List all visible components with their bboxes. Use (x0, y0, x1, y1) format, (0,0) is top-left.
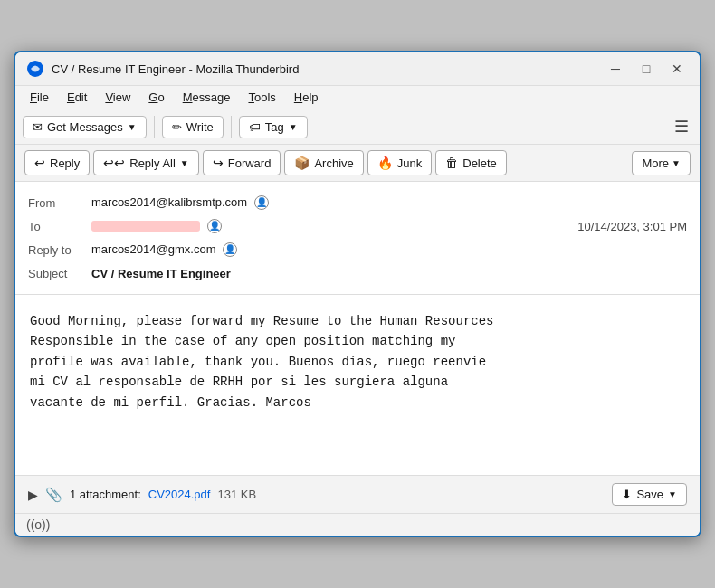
write-button[interactable]: ✏ Write (162, 116, 224, 138)
paperclip-icon: 📎 (45, 487, 62, 503)
save-attachment-button[interactable]: ⬇ Save ▼ (612, 483, 687, 506)
to-address-redacted (91, 221, 200, 232)
email-header: From marcos2014@kalibrsmtp.com 👤 To 👤 10… (15, 182, 700, 295)
menu-bar: File Edit View Go Message Tools Help (15, 86, 700, 109)
window-controls: ─ □ ✕ (604, 60, 689, 78)
minimize-button[interactable]: ─ (604, 60, 627, 78)
from-label: From (28, 196, 91, 210)
reply-button[interactable]: ↩ Reply (24, 150, 90, 175)
menu-view[interactable]: View (98, 88, 138, 107)
email-body: Good Morning, please forward my Resume t… (15, 295, 700, 476)
tag-icon: 🏷 (249, 120, 261, 134)
attachment-size: 131 KB (217, 488, 256, 501)
from-contact-icon[interactable]: 👤 (254, 195, 269, 210)
to-value: 👤 (91, 219, 577, 234)
save-dropdown-icon[interactable]: ▼ (668, 489, 677, 499)
tag-dropdown-icon: ▼ (289, 122, 298, 132)
reply-all-icon: ↩↩ (103, 156, 125, 170)
reply-all-label: Reply All (129, 156, 176, 170)
reply-to-value: marcos2014@gmx.com 👤 (91, 242, 687, 258)
connection-icon: ((o)) (26, 517, 50, 532)
subject-value: CV / Resume IT Engineer (91, 267, 687, 280)
email-text: Good Morning, please forward my Resume t… (30, 311, 685, 413)
reply-all-button[interactable]: ↩↩ Reply All ▼ (93, 150, 198, 175)
get-messages-button[interactable]: ✉ Get Messages ▼ (23, 116, 147, 138)
more-button[interactable]: More ▼ (632, 151, 691, 175)
attachment-filename[interactable]: CV2024.pdf (148, 488, 211, 501)
tag-button[interactable]: 🏷 Tag ▼ (239, 116, 308, 138)
junk-button[interactable]: 🔥 Junk (367, 150, 432, 175)
to-contact-icon[interactable]: 👤 (207, 219, 222, 233)
save-icon: ⬇ (622, 488, 632, 501)
archive-button[interactable]: 📦 Archive (284, 150, 363, 175)
junk-label: Junk (397, 156, 422, 170)
forward-icon: ↪ (213, 156, 224, 170)
status-bar: ((o)) (15, 514, 700, 536)
archive-label: Archive (314, 156, 353, 170)
from-value: marcos2014@kalibrsmtp.com 👤 (91, 195, 687, 211)
get-messages-dropdown-icon[interactable]: ▼ (128, 122, 137, 132)
get-messages-label: Get Messages (47, 120, 123, 134)
subject-label: Subject (28, 267, 91, 280)
tag-label: Tag (265, 120, 284, 134)
window-title: CV / Resume IT Engineer - Mozilla Thunde… (52, 62, 604, 76)
attachment-label: 1 attachment: (70, 488, 141, 501)
get-messages-icon: ✉ (33, 120, 43, 134)
maximize-button[interactable]: □ (634, 60, 658, 78)
toolbar-separator-2 (231, 116, 232, 138)
save-label: Save (636, 488, 663, 501)
title-bar: CV / Resume IT Engineer - Mozilla Thunde… (15, 52, 700, 86)
close-button[interactable]: ✕ (665, 60, 689, 78)
main-toolbar: ✉ Get Messages ▼ ✏ Write 🏷 Tag ▼ ☰ (15, 109, 700, 145)
action-toolbar: ↩ Reply ↩↩ Reply All ▼ ↪ Forward 📦 Archi… (15, 145, 700, 182)
menu-help[interactable]: Help (287, 88, 326, 107)
reply-all-dropdown-icon[interactable]: ▼ (180, 158, 189, 168)
delete-icon: 🗑 (445, 156, 458, 170)
menu-tools[interactable]: Tools (241, 88, 282, 107)
forward-label: Forward (228, 156, 272, 170)
hamburger-menu-button[interactable]: ☰ (671, 113, 692, 140)
delete-label: Delete (462, 156, 497, 170)
more-label: More (642, 156, 669, 170)
reply-to-contact-icon[interactable]: 👤 (223, 242, 237, 257)
email-date: 10/14/2023, 3:01 PM (577, 220, 687, 233)
subject-row: Subject CV / Resume IT Engineer (28, 261, 687, 285)
reply-to-label: Reply to (28, 243, 91, 257)
from-row: From marcos2014@kalibrsmtp.com 👤 (28, 191, 687, 214)
reply-to-row: Reply to marcos2014@gmx.com 👤 (28, 238, 687, 261)
toolbar-separator (154, 116, 155, 138)
junk-icon: 🔥 (377, 156, 393, 170)
more-dropdown-icon: ▼ (672, 158, 681, 168)
reply-icon: ↩ (34, 156, 45, 170)
delete-button[interactable]: 🗑 Delete (435, 150, 507, 175)
menu-go[interactable]: Go (141, 88, 171, 107)
app-icon (26, 60, 44, 78)
menu-file[interactable]: File (23, 88, 56, 107)
write-label: Write (186, 120, 214, 134)
to-label: To (28, 220, 91, 233)
reply-label: Reply (50, 156, 80, 170)
archive-icon: 📦 (294, 156, 310, 170)
write-icon: ✏ (172, 120, 182, 134)
forward-button[interactable]: ↪ Forward (203, 150, 281, 175)
to-row: To 👤 10/14/2023, 3:01 PM (28, 214, 687, 238)
expand-attachment-button[interactable]: ▶ (28, 488, 38, 502)
menu-message[interactable]: Message (176, 88, 238, 107)
menu-edit[interactable]: Edit (60, 88, 94, 107)
attachment-bar: ▶ 📎 1 attachment: CV2024.pdf 131 KB ⬇ Sa… (15, 476, 700, 514)
